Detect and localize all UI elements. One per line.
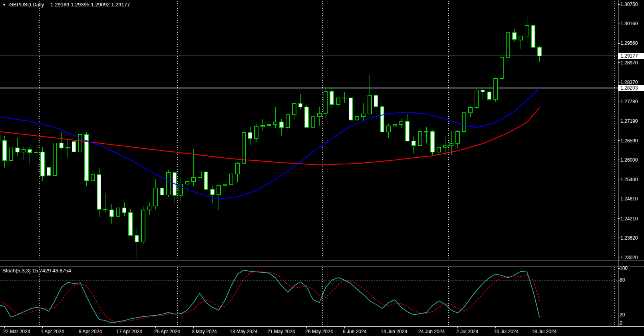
candle-body [141, 210, 145, 242]
current-price-tag: 1.29177 [618, 53, 644, 59]
candle-body [167, 172, 170, 195]
candle-body [487, 92, 491, 100]
time-axis-label[interactable]: 22 Mar 2024 [3, 329, 30, 334]
time-axis-label[interactable]: 6 Jun 2024 [343, 329, 366, 334]
chart-header: ▼ GBPUSD,Daily 1.29169 1.29395 1.29092 1… [2, 2, 130, 8]
candle-body [148, 206, 151, 210]
price-axis-label[interactable]: 1.25400 [620, 177, 638, 182]
candle-body [248, 132, 252, 138]
time-axis-label[interactable]: 18 Jul 2024 [532, 329, 557, 334]
candle-body [116, 208, 120, 217]
time-axis-label[interactable]: 17 Apr 2024 [116, 329, 142, 334]
price-axis-label[interactable]: 1.23620 [620, 235, 638, 241]
price-axis-label[interactable]: 1.28370 [620, 80, 638, 85]
price-axis-label[interactable]: 1.27780 [620, 99, 638, 104]
time-axis-label[interactable]: 14 Jun 2024 [381, 329, 407, 334]
indicator-label: Stoch(5,3,3) 15.7429 43.6754 [2, 268, 71, 274]
candle-body [400, 121, 403, 124]
candle-body [469, 108, 472, 113]
candle-body [456, 132, 459, 143]
time-axis-label[interactable]: 24 Jun 2024 [418, 329, 445, 334]
candle-body [28, 150, 32, 152]
price-axis-label[interactable]: 1.24810 [620, 196, 638, 202]
candle-body [211, 190, 214, 195]
price-axis-label[interactable]: 1.28970 [620, 60, 638, 66]
candle-body [223, 185, 227, 185]
candle-body [462, 113, 466, 132]
level-price-tag: 1.28203 [618, 85, 644, 91]
candle-body [60, 143, 63, 148]
price-axis-label[interactable]: 1.24210 [620, 216, 638, 222]
time-axis-label[interactable]: 10 Jul 2024 [494, 329, 519, 334]
candle-body [412, 141, 415, 145]
candle-body [336, 98, 340, 104]
candle-body [217, 185, 221, 195]
chart-background [0, 0, 644, 336]
candle-body [380, 106, 384, 132]
time-axis-label[interactable]: 3 May 2024 [192, 329, 217, 334]
candle-body [41, 152, 44, 176]
candle-body [3, 140, 6, 160]
candle-body [91, 175, 95, 181]
price-axis-label[interactable]: 1.30750 [620, 2, 638, 7]
candle-body [280, 122, 283, 128]
candle-body [500, 58, 504, 78]
time-axis-label[interactable]: 25 Apr 2024 [154, 329, 180, 334]
candle-body [343, 98, 346, 98]
candle-body [525, 26, 529, 36]
price-axis-label[interactable]: 1.27190 [620, 118, 638, 124]
candle-body [229, 174, 233, 185]
candle-body [311, 117, 315, 127]
candle-body [97, 175, 101, 210]
candle-body [425, 132, 428, 132]
candle-body [286, 115, 290, 128]
price-axis-label[interactable]: 1.30160 [620, 21, 638, 26]
candle-body [519, 36, 523, 40]
time-axis-label[interactable]: 2 Jul 2024 [456, 329, 478, 334]
price-axis-label[interactable]: 1.23020 [620, 255, 638, 260]
candle-body [53, 143, 57, 176]
candle-body [192, 178, 195, 182]
stoch-axis-label[interactable]: 0 [620, 320, 622, 326]
candle-body [236, 163, 239, 174]
candle-body [538, 47, 541, 56]
price-axis-label[interactable]: 1.29560 [620, 40, 638, 46]
candle-body [22, 150, 26, 152]
price-axis-label[interactable]: 1.26000 [620, 157, 638, 163]
candle-body [305, 107, 308, 127]
stoch-axis-label[interactable]: 20 [620, 312, 625, 318]
candle-body [135, 235, 139, 242]
candle-body [362, 114, 365, 117]
candle-body [292, 104, 296, 115]
time-axis-label[interactable]: 13 May 2024 [230, 329, 257, 334]
stoch-axis-label[interactable]: 80 [620, 277, 625, 283]
candle-body [34, 152, 38, 152]
time-axis-label[interactable]: 9 Apr 2024 [79, 329, 102, 334]
candle-body [437, 147, 441, 152]
candle-body [154, 188, 157, 206]
time-axis-label[interactable]: 1 Apr 2024 [41, 329, 64, 334]
candle-body [254, 126, 258, 138]
candle-body [431, 132, 434, 152]
candle-body [450, 143, 453, 145]
candle-body [78, 134, 82, 152]
time-axis-label[interactable]: 29 May 2024 [305, 329, 333, 334]
chart-title: GBPUSD,Daily [9, 2, 44, 8]
candle-body [66, 148, 70, 148]
symbol-marker-icon: ▼ [2, 3, 6, 7]
time-axis-label[interactable]: 21 May 2024 [267, 329, 295, 334]
price-chart-canvas[interactable] [0, 0, 644, 336]
candle-body [16, 148, 19, 152]
candle-body [506, 32, 510, 57]
candle-body [355, 116, 359, 120]
stoch-axis-label[interactable]: 100 [620, 266, 628, 271]
candle-body [204, 172, 208, 189]
candle-body [494, 78, 497, 99]
candle-body [443, 145, 447, 147]
chart-ohlc-values: 1.29169 1.29395 1.29092 1.29177 [50, 2, 130, 8]
price-axis-label[interactable]: 1.26590 [620, 138, 638, 144]
candle-body [72, 142, 76, 152]
candle-body [274, 122, 277, 124]
candle-body [110, 210, 113, 216]
candle-body [47, 167, 51, 176]
